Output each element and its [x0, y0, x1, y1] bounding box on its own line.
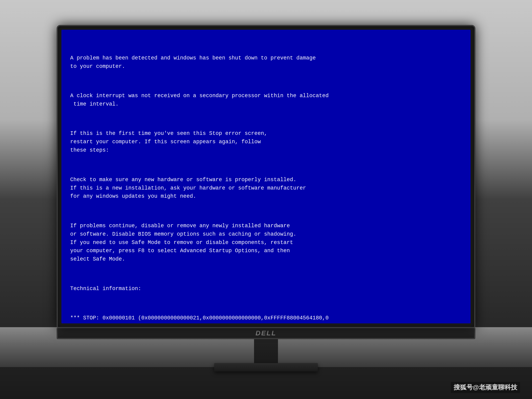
bsod-paragraph-4: Check to make sure any new hardware or s… [70, 176, 462, 201]
bsod-paragraph-3: If this is the first time you've seen th… [70, 129, 462, 154]
watermark-text: 搜狐号@老顽童聊科技 [451, 382, 520, 393]
monitor-neck [254, 339, 278, 363]
bsod-paragraph-2: A clock interrupt was not received on a … [70, 92, 462, 109]
bsod-paragraph-6: Technical information: [70, 285, 462, 293]
bsod-paragraph-1: A problem has been detected and windows … [70, 54, 462, 71]
bsod-content: A problem has been detected and windows … [70, 37, 462, 323]
monitor-bottom-bezel: DELL [57, 328, 475, 339]
monitor-base [214, 363, 318, 372]
monitor-brand: DELL [256, 329, 277, 337]
bsod-screen: A problem has been detected and windows … [61, 30, 471, 323]
bsod-paragraph-5: If problems continue, disable or remove … [70, 222, 462, 264]
monitor-frame: A problem has been detected and windows … [57, 25, 475, 328]
bsod-paragraph-7: *** STOP: 0x00000101 (0x0000000000000021… [70, 314, 462, 323]
monitor-container: A problem has been detected and windows … [47, 25, 485, 374]
